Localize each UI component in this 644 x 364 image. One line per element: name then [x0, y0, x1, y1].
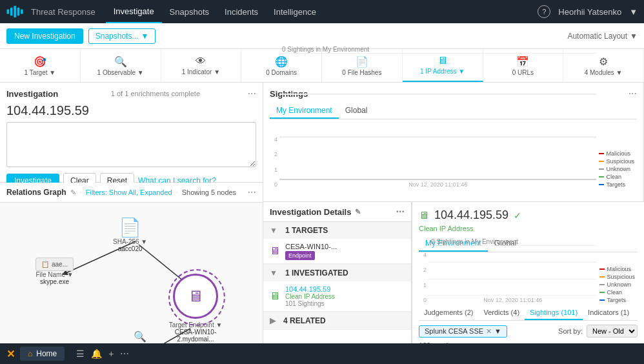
node-sha256-sublabel: aacc020 — [118, 245, 143, 252]
sightings-legend: Malicious Suspicious Unknown Clean Targe… — [596, 150, 637, 188]
detail-legend: Malicious Suspicious Unknown Clean Targe… — [597, 266, 638, 303]
help-button[interactable]: ? — [538, 5, 550, 18]
cat-observable-label: 1 Observable ▼ — [97, 69, 144, 76]
target-item-cesa[interactable]: 🖥 CESA-WIN10-... Endpoint — [263, 239, 411, 264]
node-filename[interactable]: 📋 aae... File Name ▼ skype.exe — [35, 258, 74, 285]
cat-observable[interactable]: 🔍 1 Observable ▼ — [81, 49, 161, 82]
filter-x-icon[interactable]: ✕ — [486, 327, 492, 336]
tab-verdicts[interactable]: Verdicts (4) — [478, 306, 525, 320]
filename-node-icon: 📋 — [41, 261, 49, 268]
nav-incidents[interactable]: Incidents — [217, 0, 266, 23]
investigation-more[interactable]: ··· — [248, 88, 256, 99]
sightings-chart-area: 4 2 1 0 0 Sightings in My Environment — [270, 123, 637, 188]
nav-intelligence[interactable]: Intelligence — [266, 0, 324, 23]
snapshots-label: Snapshots... — [96, 32, 139, 41]
snapshots-button[interactable]: Snapshots... ▼ — [88, 28, 156, 44]
cat-indicator[interactable]: 👁 1 Indicator ▼ — [161, 49, 242, 82]
sort-label: Sort by: — [558, 327, 583, 335]
investigation-textarea[interactable] — [6, 122, 256, 167]
cisco-logo — [6, 6, 25, 17]
tab-judgements[interactable]: Judgements (2) — [419, 306, 478, 320]
left-panel: Investigation 1 of 1 enrichments complet… — [0, 83, 263, 364]
auto-layout-chevron: ▼ — [630, 32, 638, 41]
nav-right: ? Heorhii Yatsenko ▼ — [538, 5, 638, 18]
inv-details-edit[interactable]: ✎ — [355, 208, 361, 216]
snapshots-chevron: ▼ — [141, 32, 148, 41]
sightings-more[interactable]: ··· — [629, 88, 637, 99]
cat-target[interactable]: 🎯 1 Target ▼ — [0, 49, 81, 82]
node-sha256-label: SHA-256 ▼ — [113, 238, 147, 245]
svg-rect-4 — [21, 9, 23, 14]
inv-details-header: Investigation Details ✎ ··· — [263, 202, 411, 222]
svg-rect-0 — [7, 9, 10, 14]
auto-layout[interactable]: Automatic Layout ▼ — [567, 32, 638, 41]
node-filename-sublabel: skype.exe — [40, 278, 69, 285]
filter-badge: Splunk CESA SSE ✕ ▼ — [419, 325, 507, 338]
home-icon: ⌂ — [28, 349, 32, 358]
taskbar-plus-icon[interactable]: + — [108, 349, 114, 359]
username: Heorhii Yatsenko — [558, 7, 621, 17]
detail-zero-label: 0 Sightings in My Environment — [428, 238, 597, 245]
detail-chart-svg — [428, 245, 597, 296]
chart-y-labels: 4 2 1 0 — [270, 136, 279, 188]
node-sha256[interactable]: 📄 SHA-256 ▼ aacc020 — [113, 217, 147, 252]
user-chevron[interactable]: ▼ — [629, 7, 638, 17]
inv-details-more[interactable]: ··· — [396, 206, 405, 217]
investigated-header[interactable]: ▼ 1 INVESTIGATED — [263, 265, 411, 281]
node-target-endpoint[interactable]: 🖥 Target Endpoint ▼ CESA-WIN10-2.mydomai… — [166, 274, 225, 343]
taskbar-hamburger[interactable]: ☰ — [76, 349, 85, 359]
target-endpoint-icon: 🖥 — [188, 287, 203, 305]
auto-layout-label: Automatic Layout — [567, 32, 627, 41]
clean-label: Clean IP Address — [419, 225, 638, 232]
edit-link-icon[interactable]: ✎ — [70, 188, 76, 197]
taskbar-bell-icon[interactable]: 🔔 — [91, 349, 102, 359]
related-count: 4 RELATED — [283, 316, 326, 325]
modules-icon: ⚙ — [599, 56, 608, 68]
relations-filters[interactable]: Filters: Show All, Expanded — [86, 188, 172, 196]
tab-sightings-detail[interactable]: Sightings (101) — [525, 306, 583, 320]
targets-section: ▼ 1 TARGETS 🖥 CESA-WIN10-... Endpoint — [263, 222, 411, 265]
detail-timestamp: Nov 12, 2020 11:01:46 — [428, 297, 597, 303]
filter-chevron[interactable]: ▼ — [494, 327, 501, 335]
svg-rect-1 — [10, 8, 13, 16]
taskbar: ✕ ⌂ Home ☰ 🔔 + ⋯ — [0, 343, 644, 364]
targets-header[interactable]: ▼ 1 TARGETS — [263, 222, 411, 239]
sightings-filter: Splunk CESA SSE ✕ ▼ Sort by: New - Old O… — [419, 325, 638, 338]
indicator-icon: 👁 — [196, 56, 206, 67]
investigated-collapse-icon: ▼ — [270, 268, 277, 278]
filename-badge: aae... — [52, 261, 68, 268]
search-overlay-icon: 🔍 — [134, 330, 146, 343]
sort-select[interactable]: New - Old Old - New — [587, 325, 638, 338]
observable-icon: 🔍 — [114, 56, 127, 68]
target-item-icon: 🖥 — [270, 245, 280, 257]
node-target-sublabel: CESA-WIN10-2.mydomai... — [166, 329, 225, 343]
related-header[interactable]: ▶ 4 RELATED — [263, 312, 411, 329]
tab-indicators[interactable]: Indicators (1) — [583, 306, 634, 320]
taskbar-home-button[interactable]: ⌂ Home — [20, 347, 65, 361]
taskbar-actions: ☰ 🔔 + ⋯ — [76, 349, 129, 359]
detail-right: 🖥 104.44.195.59 ✓ Clean IP Address My En… — [412, 202, 644, 364]
nav-snapshots[interactable]: Snapshots — [162, 0, 217, 23]
sightings-zero: 0 Sightings in My Environment — [279, 46, 596, 53]
nav-investigate[interactable]: Investigate — [106, 0, 162, 23]
taskbar-more-icon[interactable]: ⋯ — [120, 349, 129, 359]
relations-title: Relations Graph — [6, 188, 66, 197]
filter-label: Splunk CESA SSE — [425, 327, 483, 335]
investigated-ip: 104.44.195.59 — [285, 285, 335, 293]
targets-count: 1 TARGETS — [285, 226, 328, 235]
inv-details-left: Investigation Details ✎ ··· ▼ 1 TARGETS … — [263, 202, 412, 364]
related-collapse-icon: ▶ — [270, 316, 276, 325]
relations-header: Relations Graph ✎ · Filters: Show All, E… — [0, 183, 263, 203]
relations-more[interactable]: ··· — [248, 187, 256, 198]
detail-chart-y-labels: 4 2 1 0 — [419, 252, 428, 303]
new-investigation-button[interactable]: New Investigation — [6, 28, 83, 44]
taskbar-x-icon[interactable]: ✕ — [6, 348, 15, 360]
app-name: Threat Response — [31, 7, 96, 17]
target-item-badge: Endpoint — [285, 251, 315, 260]
investigated-item[interactable]: 🖥 104.44.195.59 Clean IP Address 101 Sig… — [263, 281, 411, 312]
right-top: Sightings ··· My Environment Global 4 2 … — [263, 83, 644, 202]
detail-ip: 104.44.195.59 — [434, 208, 508, 222]
target-icon: 🎯 — [34, 56, 46, 68]
investigation-subtitle: 1 of 1 enrichments complete — [111, 90, 200, 97]
bottom-section: Investigation Details ✎ ··· ▼ 1 TARGETS … — [263, 202, 644, 364]
